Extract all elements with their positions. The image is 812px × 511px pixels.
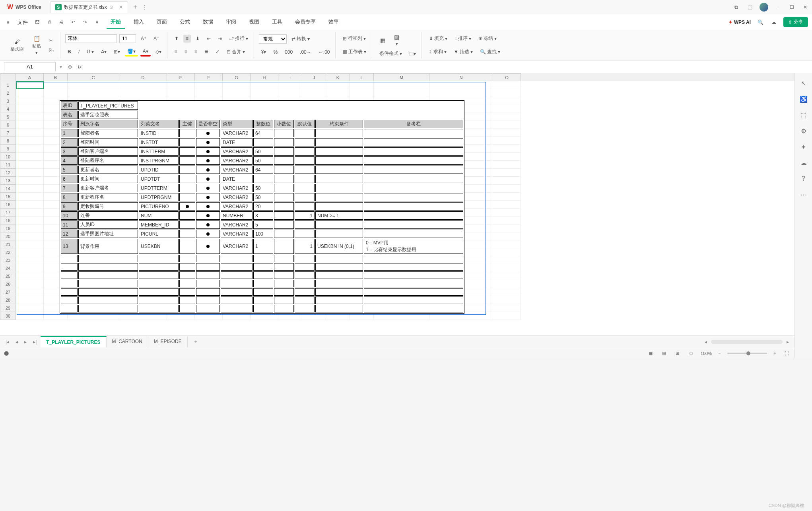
menu-开始[interactable]: 开始 [107, 16, 125, 29]
cell[interactable] [16, 232, 44, 240]
cell[interactable] [493, 248, 521, 256]
font-color-icon[interactable]: A▾ [140, 47, 151, 57]
tab-menu-icon[interactable]: ⋮ [142, 4, 147, 10]
indent-right-icon[interactable]: ⇥ [216, 35, 224, 43]
cell[interactable] [350, 89, 374, 97]
view-normal-icon[interactable]: ▦ [647, 349, 655, 357]
cell[interactable] [16, 89, 44, 97]
cell[interactable] [251, 89, 278, 97]
align-left-icon[interactable]: ≡ [172, 48, 180, 56]
sheet-nav-last-icon[interactable]: ▸| [31, 337, 39, 346]
hscroll-right-icon[interactable]: ▸ [784, 337, 791, 346]
row-header[interactable]: 17 [0, 209, 16, 216]
undo-icon[interactable]: ↶ [69, 18, 77, 26]
row-header[interactable]: 21 [0, 240, 16, 248]
row-header[interactable]: 2 [0, 89, 16, 97]
bold-icon[interactable]: B [65, 48, 74, 56]
cell[interactable] [493, 256, 521, 264]
namebox-dropdown-icon[interactable]: ▾ [60, 64, 62, 70]
cell[interactable] [278, 89, 302, 97]
cell[interactable] [350, 81, 374, 89]
row-header[interactable]: 20 [0, 232, 16, 240]
menu-数据[interactable]: 数据 [199, 16, 217, 29]
thousands-icon[interactable]: 000 [282, 48, 295, 56]
sparkle-icon[interactable]: ✦ [799, 142, 808, 151]
row-header[interactable]: 23 [0, 256, 16, 264]
cell[interactable] [493, 216, 521, 224]
cell[interactable] [195, 81, 223, 89]
cell[interactable] [195, 89, 223, 97]
cell[interactable] [493, 121, 521, 129]
indent-left-icon[interactable]: ⇤ [204, 35, 213, 43]
row-header[interactable]: 7 [0, 129, 16, 137]
view-reading-icon[interactable]: ▭ [687, 349, 695, 357]
cell[interactable] [16, 288, 44, 296]
row-header[interactable]: 28 [0, 296, 16, 304]
cell[interactable] [16, 201, 44, 209]
cell[interactable] [16, 81, 44, 89]
cell[interactable] [223, 81, 251, 89]
table-style-icon[interactable]: ▦ [377, 35, 389, 45]
row-header[interactable]: 15 [0, 193, 16, 201]
cond-format-button[interactable]: 条件格式▾ [377, 49, 404, 58]
row-header[interactable]: 8 [0, 137, 16, 145]
cell[interactable] [493, 137, 521, 145]
cell[interactable] [302, 81, 326, 89]
sheet-nav-first-icon[interactable]: |◂ [3, 337, 12, 346]
row-header[interactable]: 1 [0, 81, 16, 89]
zoom-value[interactable]: 100% [701, 351, 712, 356]
underline-icon[interactable]: U▾ [84, 48, 96, 56]
border-icon[interactable]: ⊞▾ [111, 48, 122, 56]
preview-icon[interactable]: 🖨 [57, 18, 65, 26]
col-header-G[interactable]: G [223, 73, 251, 81]
cell[interactable] [16, 272, 44, 280]
col-header-N[interactable]: N [429, 73, 493, 81]
cell[interactable] [429, 89, 493, 97]
cell[interactable] [16, 185, 44, 193]
row-header[interactable]: 11 [0, 161, 16, 169]
fill-button[interactable]: ⬇ 填充▾ [427, 34, 450, 43]
cell[interactable] [374, 81, 429, 89]
row-header[interactable]: 4 [0, 105, 16, 113]
cell[interactable] [167, 89, 195, 97]
zoom-slider[interactable] [727, 353, 767, 354]
cell[interactable] [493, 201, 521, 209]
dropdown-icon[interactable]: ▾ [93, 18, 101, 26]
cell[interactable] [16, 161, 44, 169]
row-col-button[interactable]: ⊞ 行和列▾ [340, 34, 368, 43]
spreadsheet-grid[interactable]: ABCDEFGHIJKLMNO 123456789101112131415161… [0, 73, 795, 335]
row-header[interactable]: 19 [0, 224, 16, 232]
sort-button[interactable]: ↕ 排序▾ [452, 34, 474, 43]
cell[interactable] [302, 89, 326, 97]
cell[interactable] [119, 89, 167, 97]
row-header[interactable]: 5 [0, 113, 16, 121]
sheet-tab[interactable]: T_PLAYLER_PICTURES [41, 336, 106, 347]
col-header-A[interactable]: A [16, 73, 44, 81]
col-header-C[interactable]: C [68, 73, 119, 81]
cell[interactable] [16, 105, 44, 113]
save-icon[interactable]: 🖫 [33, 18, 41, 26]
cell[interactable] [16, 256, 44, 264]
view-break-icon[interactable]: ⊞ [674, 349, 682, 357]
cell[interactable] [493, 105, 521, 113]
menu-工具[interactable]: 工具 [268, 16, 286, 29]
cloud-icon[interactable]: ☁ [770, 18, 778, 26]
select-panel-icon[interactable]: ⬚ [799, 111, 808, 119]
increase-decimal-icon[interactable]: .00→ [297, 48, 314, 56]
cell[interactable] [16, 264, 44, 272]
cell[interactable] [493, 169, 521, 177]
cell[interactable] [326, 89, 350, 97]
search-icon[interactable]: 🔍 [756, 18, 764, 26]
new-tab-button[interactable]: ＋ [132, 3, 138, 11]
cell[interactable] [167, 81, 195, 89]
fullscreen-icon[interactable]: ⛶ [783, 349, 791, 357]
cell[interactable] [16, 280, 44, 288]
row-header[interactable]: 16 [0, 201, 16, 209]
settings-icon[interactable]: ⚙ [799, 127, 808, 135]
name-box[interactable] [4, 62, 56, 71]
cell[interactable] [44, 81, 68, 89]
wps-ai-button[interactable]: ✦WPS AI [728, 20, 751, 25]
cell[interactable] [16, 137, 44, 145]
row-header[interactable]: 3 [0, 97, 16, 105]
row-header[interactable]: 9 [0, 145, 16, 153]
